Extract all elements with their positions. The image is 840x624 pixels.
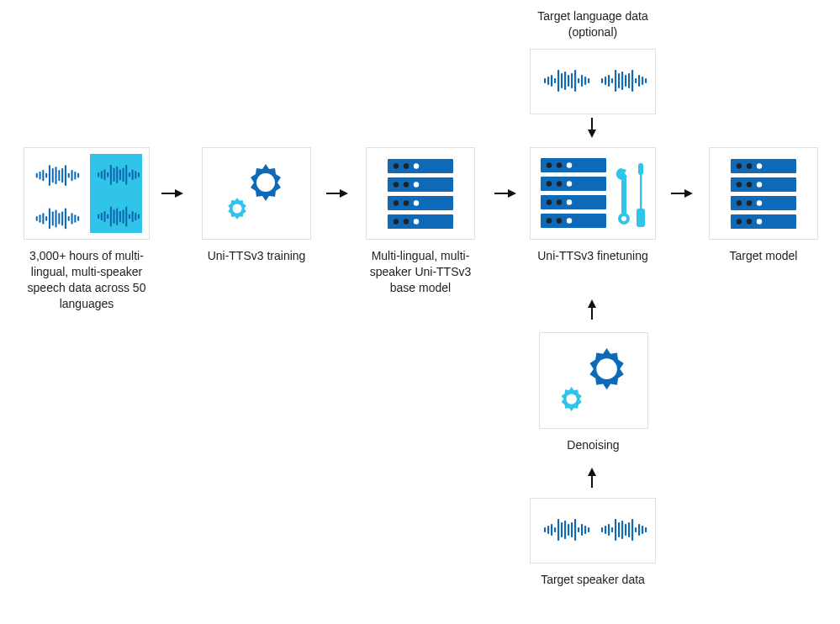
arrow-up-icon [587,299,599,321]
denoising-caption: Denoising [567,437,619,453]
finetuning-box [530,147,656,240]
arrow-right-icon [326,188,350,200]
node-target-speaker: Target speaker data [530,498,656,588]
target-model-caption: Target model [730,248,798,264]
target-model-box [709,147,818,240]
denoising-gears-icon [553,343,634,419]
target-speaker-box [530,498,656,563]
node-base-model: Multi-lingual, multi-speaker Uni-TTSv3 b… [357,147,483,296]
audio-data-icon [537,514,648,547]
svg-rect-27 [621,177,626,215]
arrow-down-icon [587,118,599,140]
training-caption: Uni-TTSv3 training [208,248,306,264]
svg-rect-31 [640,175,642,209]
server-stack-icon [383,156,458,231]
arrow-right-icon [494,188,518,200]
node-target-lang: Target language data (optional) [530,8,656,114]
node-training: Uni-TTSv3 training [198,147,315,264]
input-data-caption: 3,000+ hours of multi-lingual, multi-spe… [19,248,154,312]
arrow-right-icon [671,188,695,200]
target-lang-caption: Target language data (optional) [530,8,656,40]
arrow-up-icon [587,468,599,489]
speech-data-icon [31,154,142,233]
target-lang-box [530,49,656,114]
training-box [202,147,311,240]
server-stack-icon [726,156,801,231]
svg-rect-30 [638,163,643,175]
finetuning-caption: Uni-TTSv3 finetuning [537,248,648,264]
denoising-box [539,332,648,429]
svg-rect-26 [90,154,142,233]
node-target-model: Target model [705,147,822,264]
arrow-right-icon [161,188,185,200]
svg-point-29 [621,216,626,221]
audio-data-icon [537,65,648,98]
node-finetuning: Uni-TTSv3 finetuning [530,147,656,264]
target-speaker-caption: Target speaker data [541,572,645,588]
svg-rect-32 [637,209,645,227]
node-denoising: Denoising [536,332,650,453]
node-input-data: 3,000+ hours of multi-lingual, multi-spe… [19,147,154,312]
finetuning-icon [537,155,648,232]
base-model-caption: Multi-lingual, multi-speaker Uni-TTSv3 b… [357,248,483,296]
base-model-box [366,147,475,240]
input-data-box [24,147,150,240]
training-gears-icon [220,161,293,226]
